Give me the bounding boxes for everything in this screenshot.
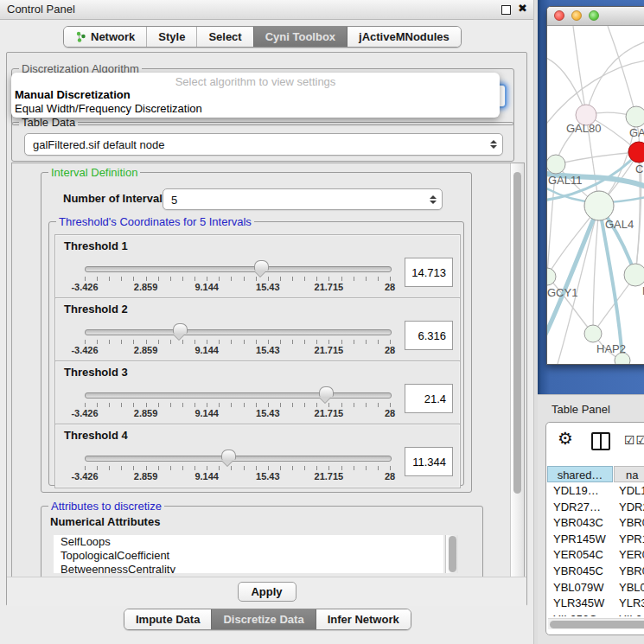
table-cell[interactable]: YDL19… [553, 483, 613, 500]
table-cell[interactable]: YIL052C [553, 612, 613, 616]
close-icon[interactable]: ✖ [518, 2, 527, 15]
table-cell[interactable]: YDR27… [553, 500, 613, 516]
table-cell[interactable]: YLR3 [619, 596, 644, 612]
checkboxes-icon[interactable]: ☑☑ [624, 433, 644, 447]
network-node[interactable] [626, 106, 644, 127]
combobox-value: galFiltered.sif default node [33, 138, 164, 151]
threshold-label: Threshold 1 [64, 239, 128, 252]
table-cell[interactable]: YBL079W [553, 580, 613, 596]
dropdown-option-equal-width-frequency[interactable]: Equal Width/Frequency Discretization [11, 102, 500, 116]
network-window-titlebar[interactable] [547, 7, 644, 26]
tab-style[interactable]: Style [146, 27, 196, 47]
network-canvas[interactable]: GAL80GACGAL11GAL4GCY1HHAP2 [547, 26, 644, 364]
threshold-value-field[interactable]: 6.316 [405, 321, 453, 350]
slider-track[interactable] [85, 329, 392, 335]
gear-icon[interactable]: ⚙ [558, 428, 573, 449]
panel-vertical-scrollbar[interactable] [510, 163, 524, 577]
attribute-list-item[interactable]: SelfLoops [54, 535, 443, 549]
table-row[interactable]: YER054CYER0 [547, 547, 644, 564]
slider-track[interactable] [85, 456, 392, 462]
attribute-list-scrollbar[interactable] [445, 535, 458, 573]
table-cell[interactable]: YER054C [553, 547, 613, 564]
attribute-list-item[interactable]: BetweennessCentrality [54, 563, 443, 573]
slider-thumb[interactable] [254, 260, 269, 271]
network-edge [573, 26, 586, 115]
mac-minimize-button[interactable] [571, 10, 582, 21]
tick-label: 9.144 [194, 282, 219, 292]
tick-label: -3.426 [71, 282, 98, 292]
table-cell[interactable]: YBR043C [553, 515, 613, 532]
table-row[interactable]: YLR345WYLR3 [547, 596, 644, 612]
network-node[interactable] [547, 155, 565, 174]
tab-infer-network[interactable]: Infer Network [316, 609, 411, 629]
column-header-shared-name[interactable]: shared… [547, 466, 613, 482]
table-cell[interactable]: YER0 [619, 547, 644, 564]
slider-thumb[interactable] [221, 450, 236, 460]
tick-label: 28 [385, 408, 395, 418]
table-row[interactable]: YDL19…YDL1 [547, 483, 644, 500]
slider-track[interactable] [85, 392, 392, 399]
attribute-list-item[interactable]: TopologicalCoefficient [54, 549, 443, 563]
slider-track[interactable] [85, 266, 392, 272]
tick-label: 21.715 [315, 345, 344, 355]
float-window-icon[interactable] [501, 5, 511, 15]
threshold-value-field[interactable]: 21.4 [405, 384, 453, 413]
slider-scale: -3.4262.8599.14415.4321.71528 [85, 282, 390, 294]
table-row[interactable]: YDR27…YDR2 [547, 500, 644, 516]
table-row[interactable]: YBR043CYBR0 [547, 515, 644, 532]
table-row[interactable]: YIL052CYIL0 [547, 612, 644, 616]
network-node[interactable] [584, 191, 614, 220]
tab-network[interactable]: Network [64, 27, 146, 47]
threshold-value-field[interactable]: 11.344 [405, 447, 453, 476]
attribute-list[interactable]: SelfLoopsTopologicalCoefficientBetweenne… [54, 535, 443, 573]
tab-cyni-toolbox[interactable]: Cyni Toolbox [253, 27, 347, 47]
dropdown-placeholder-option[interactable]: Select algorithm to view settings [11, 73, 500, 88]
columns-icon[interactable] [591, 432, 610, 450]
table-cell[interactable]: YBR045C [553, 564, 613, 580]
slider-thumb[interactable] [319, 386, 334, 397]
tab-jactivemnodules[interactable]: jActiveMNodules [347, 27, 461, 47]
threshold-panel: Threshold 3-3.4262.8599.14415.4321.71528… [54, 360, 461, 425]
node-label: GAL4 [605, 218, 634, 231]
stepper-arrows-icon [430, 195, 436, 204]
tick-label: 9.144 [194, 408, 219, 418]
thresholds-group: Threshold's Coordinates for 5 Intervals … [48, 221, 464, 486]
column-header-name[interactable]: na [614, 466, 644, 482]
table-cell[interactable]: YDR2 [619, 500, 644, 516]
tab-discretize-data[interactable]: Discretize Data [211, 609, 315, 629]
table-cell[interactable]: YPR145W [553, 532, 613, 548]
table-cell[interactable]: YDL1 [619, 483, 644, 500]
slider-thumb[interactable] [173, 323, 188, 334]
table-cell[interactable]: YBR0 [619, 515, 644, 532]
tick-label: 15.43 [256, 408, 280, 418]
table-horizontal-scrollbar[interactable] [548, 618, 644, 629]
slider-ticks [85, 277, 391, 281]
table-cell[interactable]: YLR345W [553, 596, 613, 612]
tick-label: 28 [385, 471, 395, 481]
threshold-panel: Threshold 2-3.4262.8599.14415.4321.71528… [54, 297, 461, 362]
table-row[interactable]: YBL079WYBL0 [547, 580, 644, 596]
apply-button[interactable]: Apply [238, 582, 296, 602]
table-cell[interactable]: YPR1 [619, 532, 644, 548]
network-node[interactable] [624, 264, 644, 286]
threshold-value-field[interactable]: 14.713 [405, 258, 453, 287]
table-data-combobox[interactable]: galFiltered.sif default node [24, 133, 503, 156]
mac-close-button[interactable] [554, 10, 564, 21]
network-node[interactable] [547, 268, 556, 285]
table-cell[interactable]: YBR0 [619, 564, 644, 580]
number-of-intervals-combobox[interactable]: 5 [163, 188, 443, 210]
tab-impute-data[interactable]: Impute Data [124, 609, 211, 629]
tab-select[interactable]: Select [196, 27, 252, 47]
table-row[interactable]: YPR145WYPR1 [547, 532, 644, 548]
dropdown-option-manual-discretization[interactable]: Manual Discretization [11, 88, 500, 102]
table-cell[interactable]: YIL0 [619, 612, 642, 616]
mac-zoom-button[interactable] [589, 10, 599, 21]
tick-label: -3.426 [71, 408, 98, 418]
network-edge [635, 117, 641, 275]
tick-label: 28 [385, 282, 395, 292]
tab-label: jActiveMNodules [359, 30, 450, 43]
table-cell[interactable]: YBL0 [619, 580, 644, 596]
table-row[interactable]: YBR045CYBR0 [547, 564, 644, 580]
network-node[interactable] [615, 353, 630, 364]
network-node[interactable] [584, 325, 602, 342]
